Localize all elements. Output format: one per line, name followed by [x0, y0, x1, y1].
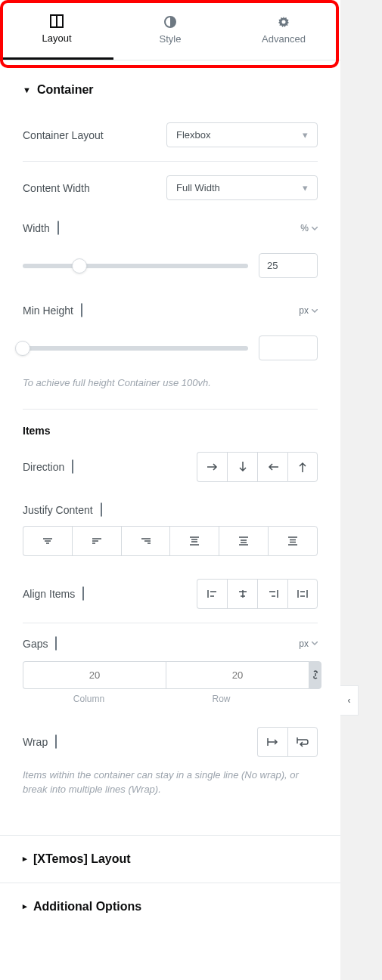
width-label: Width: [23, 222, 50, 234]
chevron-right-icon: ▸: [23, 901, 27, 911]
caret-down-icon: ▾: [303, 182, 308, 193]
chevron-left-icon: ‹: [348, 695, 351, 706]
gaps-unit-selector[interactable]: px: [299, 638, 318, 649]
direction-row-reverse-button[interactable]: [257, 452, 287, 482]
section-xtemos-layout[interactable]: ▸ [XTemos] Layout: [0, 835, 340, 883]
align-items-label: Align Items: [23, 588, 75, 600]
direction-buttons: [197, 452, 318, 482]
tab-label: Style: [160, 33, 182, 45]
justify-space-evenly-button[interactable]: [268, 526, 318, 556]
select-value: Flexbox: [176, 129, 211, 141]
justify-start-button[interactable]: [23, 526, 72, 556]
direction-label: Direction: [23, 461, 64, 473]
gear-icon: [277, 15, 290, 29]
slider-thumb[interactable]: [15, 341, 30, 356]
gap-row-input[interactable]: [166, 661, 309, 689]
min-height-hint: To achieve full height Container use 100…: [23, 376, 318, 406]
justify-space-around-button[interactable]: [219, 526, 268, 556]
min-height-label: Min Height: [23, 305, 73, 317]
justify-content-buttons: [23, 526, 318, 556]
wrap-hint: Items within the container can stay in a…: [23, 768, 318, 812]
device-icon[interactable]: [57, 221, 59, 235]
divider: [23, 409, 318, 410]
section-title-text: Container: [37, 83, 94, 97]
justify-center-button[interactable]: [72, 526, 121, 556]
select-value: Full Width: [176, 182, 220, 193]
align-end-button[interactable]: [257, 579, 287, 609]
panel-toggle-button[interactable]: ‹: [340, 685, 359, 716]
gap-row-label: Row: [155, 694, 287, 704]
section-additional-options[interactable]: ▸ Additional Options: [0, 883, 340, 930]
section-title-text: Additional Options: [33, 900, 141, 914]
device-icon[interactable]: [81, 304, 82, 317]
link-icon: [310, 669, 321, 680]
wrap-button[interactable]: [287, 727, 318, 757]
section-title-text: [XTemos] Layout: [33, 852, 131, 866]
wrap-label: Wrap: [23, 736, 48, 748]
nowrap-button[interactable]: [257, 727, 287, 757]
gaps-label: Gaps: [23, 638, 48, 650]
gap-column-input[interactable]: [23, 661, 166, 689]
tab-advanced[interactable]: Advanced: [227, 0, 340, 60]
chevron-down-icon: ▼: [23, 85, 31, 94]
device-icon[interactable]: [55, 637, 57, 651]
divider: [23, 623, 318, 623]
chevron-right-icon: ▸: [23, 854, 27, 864]
min-height-unit-selector[interactable]: px: [299, 305, 318, 316]
justify-content-label: Justify Content: [23, 504, 93, 516]
direction-row-button[interactable]: [197, 452, 227, 482]
width-unit-selector[interactable]: %: [300, 223, 318, 233]
unit-value: px: [299, 638, 309, 649]
slider-thumb[interactable]: [72, 258, 87, 274]
tab-layout[interactable]: Layout: [0, 0, 113, 60]
device-icon[interactable]: [72, 460, 73, 474]
tab-style[interactable]: Style: [113, 0, 227, 60]
min-height-input[interactable]: [259, 335, 318, 360]
device-icon[interactable]: [55, 735, 57, 749]
content-width-select[interactable]: Full Width ▾: [166, 175, 318, 200]
caret-down-icon: ▾: [303, 129, 308, 141]
width-input[interactable]: [259, 253, 318, 278]
gap-column-label: Column: [23, 694, 155, 704]
align-stretch-button[interactable]: [287, 579, 318, 609]
min-height-slider[interactable]: [23, 346, 248, 351]
align-start-button[interactable]: [197, 579, 227, 609]
container-layout-label: Container Layout: [23, 129, 104, 141]
unit-value: %: [300, 223, 309, 233]
justify-end-button[interactable]: [121, 526, 170, 556]
device-icon[interactable]: [82, 587, 84, 601]
wrap-buttons: [257, 727, 318, 757]
device-icon[interactable]: [101, 503, 102, 517]
divider: [23, 161, 318, 162]
style-icon: [163, 15, 177, 29]
content-width-label: Content Width: [23, 182, 90, 194]
gap-link-button[interactable]: [309, 661, 321, 689]
width-slider[interactable]: [23, 264, 248, 268]
align-items-buttons: [197, 579, 318, 609]
direction-column-button[interactable]: [227, 452, 257, 482]
svg-point-4: [282, 20, 286, 24]
tab-label: Layout: [42, 32, 71, 44]
section-container[interactable]: ▼ Container: [23, 60, 318, 112]
container-layout-select[interactable]: Flexbox ▾: [166, 122, 318, 147]
items-heading: Items: [23, 413, 318, 441]
unit-value: px: [299, 305, 309, 316]
panel-tabs: Layout Style Advanced: [0, 0, 340, 60]
layout-icon: [50, 14, 64, 28]
direction-column-reverse-button[interactable]: [287, 452, 318, 482]
tab-label: Advanced: [262, 33, 306, 45]
justify-space-between-button[interactable]: [169, 526, 219, 556]
align-center-button[interactable]: [227, 579, 257, 609]
